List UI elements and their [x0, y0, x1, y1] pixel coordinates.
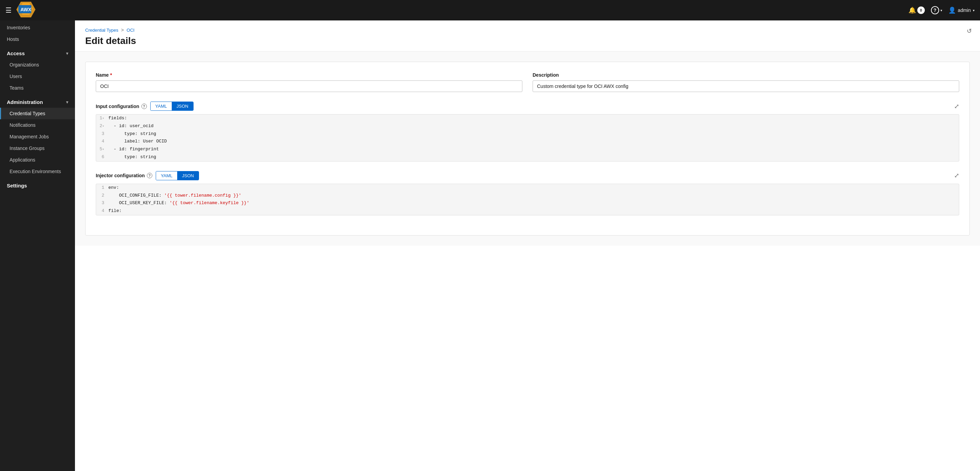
- injector-code-line-4: 4 file:: [96, 207, 959, 215]
- code-line-3: 3 type: string: [96, 130, 959, 138]
- breadcrumb-current[interactable]: OCI: [127, 28, 135, 33]
- sidebar-item-teams[interactable]: Teams: [0, 82, 75, 94]
- injector-config-toggle: YAML JSON: [156, 171, 199, 180]
- bell-icon: 🔔: [908, 6, 916, 14]
- access-group-label: Access: [7, 51, 25, 56]
- access-chevron-icon: ▾: [66, 51, 68, 56]
- sidebar-item-hosts[interactable]: Hosts: [0, 33, 75, 45]
- injector-code-line-1: 1 env:: [96, 184, 959, 192]
- sidebar-item-credential-types[interactable]: Credential Types: [0, 108, 75, 119]
- injector-config-section: Injector configuration ? YAML JSON ⤢: [96, 171, 959, 215]
- injector-config-left: Injector configuration ? YAML JSON: [96, 171, 199, 180]
- required-indicator: *: [110, 72, 112, 78]
- input-config-toggle: YAML JSON: [150, 102, 194, 111]
- sidebar-item-users[interactable]: Users: [0, 70, 75, 82]
- sidebar-item-inventories[interactable]: Inventories: [0, 22, 75, 33]
- history-icon[interactable]: ↺: [967, 27, 972, 35]
- form-area: Name * Description: [75, 51, 980, 246]
- notification-bell[interactable]: 🔔 0: [908, 6, 925, 14]
- code-line-1: 1▾ fields:: [96, 115, 959, 123]
- settings-group-label: Settings: [7, 183, 27, 188]
- code-line-6: 6 type: string: [96, 153, 959, 161]
- awx-logo-icon: AWX: [16, 1, 36, 19]
- logo: AWX: [16, 1, 36, 19]
- name-group: Name *: [96, 72, 522, 92]
- input-config-section: Input configuration ? YAML JSON ⤢: [96, 102, 959, 162]
- injector-code-line-3: 3 OCI_USER_KEY_FILE: '{{ tower.filename.…: [96, 199, 959, 207]
- help-button[interactable]: ? ▾: [931, 6, 942, 14]
- administration-chevron-icon: ▾: [66, 100, 68, 105]
- notification-count: 0: [917, 6, 925, 14]
- page-title: Edit details: [85, 35, 970, 46]
- sidebar-group-administration[interactable]: Administration ▾: [0, 95, 75, 108]
- injector-config-label: Injector configuration ?: [96, 173, 152, 178]
- sidebar-item-organizations[interactable]: Organizations: [0, 59, 75, 70]
- breadcrumb: Credential Types > OCI: [85, 27, 970, 33]
- navbar: ☰ AWX 🔔 0 ? ▾ 👤 admin ▾: [0, 0, 980, 21]
- yaml-toggle-button[interactable]: YAML: [151, 102, 172, 110]
- injector-json-toggle-button[interactable]: JSON: [177, 172, 199, 180]
- breadcrumb-separator: >: [121, 27, 124, 33]
- json-toggle-button[interactable]: JSON: [172, 102, 193, 110]
- injector-config-help-icon[interactable]: ?: [147, 173, 152, 178]
- svg-text:AWX: AWX: [21, 7, 32, 12]
- name-input[interactable]: [96, 80, 522, 92]
- user-dropdown-arrow: ▾: [973, 8, 975, 12]
- input-config-expand-icon[interactable]: ⤢: [954, 103, 959, 110]
- code-line-2: 2▾ - id: user_ocid: [96, 123, 959, 130]
- sidebar-item-execution-environments[interactable]: Execution Environments: [0, 165, 75, 177]
- hamburger-menu-icon[interactable]: ☰: [5, 6, 11, 14]
- user-icon: 👤: [948, 6, 956, 14]
- description-input[interactable]: [533, 80, 959, 92]
- content-area: Credential Types > OCI Edit details ↺ Na…: [75, 21, 980, 471]
- injector-config-expand-icon[interactable]: ⤢: [954, 172, 959, 179]
- sidebar-group-settings[interactable]: Settings: [0, 178, 75, 191]
- user-label: admin: [958, 8, 971, 13]
- breadcrumb-parent[interactable]: Credential Types: [85, 28, 118, 33]
- input-config-help-icon[interactable]: ?: [142, 103, 147, 109]
- sidebar-group-access[interactable]: Access ▾: [0, 46, 75, 59]
- injector-yaml-toggle-button[interactable]: YAML: [156, 172, 177, 180]
- sidebar-item-applications[interactable]: Applications: [0, 154, 75, 165]
- form-card: Name * Description: [85, 62, 970, 236]
- description-group: Description: [533, 72, 959, 92]
- question-icon: ?: [931, 6, 939, 14]
- help-dropdown-arrow: ▾: [940, 8, 942, 12]
- description-label: Description: [533, 72, 959, 78]
- user-menu[interactable]: 👤 admin ▾: [948, 6, 975, 14]
- main-layout: Inventories Hosts Access ▾ Organizations…: [0, 21, 980, 471]
- code-line-4: 4 label: User OCID: [96, 138, 959, 146]
- input-config-header-row: Input configuration ? YAML JSON ⤢: [96, 102, 959, 111]
- input-config-label: Input configuration ?: [96, 103, 147, 109]
- injector-config-header-row: Injector configuration ? YAML JSON ⤢: [96, 171, 959, 180]
- sidebar-item-management-jobs[interactable]: Management Jobs: [0, 131, 75, 142]
- name-description-row: Name * Description: [96, 72, 959, 92]
- page-header: Credential Types > OCI Edit details ↺: [75, 21, 980, 51]
- sidebar-item-notifications[interactable]: Notifications: [0, 119, 75, 131]
- administration-group-label: Administration: [7, 99, 43, 105]
- input-config-left: Input configuration ? YAML JSON: [96, 102, 194, 111]
- injector-config-editor[interactable]: 1 env: 2 OCI_CONFIG_FILE: '{{ tower.file…: [96, 184, 959, 215]
- input-config-editor[interactable]: 1▾ fields: 2▾ - id: user_ocid 3 type: st…: [96, 114, 959, 162]
- injector-code-line-2: 2 OCI_CONFIG_FILE: '{{ tower.filename.co…: [96, 192, 959, 200]
- sidebar: Inventories Hosts Access ▾ Organizations…: [0, 21, 75, 471]
- code-line-5: 5▾ - id: fingerprint: [96, 146, 959, 153]
- name-label: Name *: [96, 72, 522, 78]
- sidebar-item-instance-groups[interactable]: Instance Groups: [0, 142, 75, 154]
